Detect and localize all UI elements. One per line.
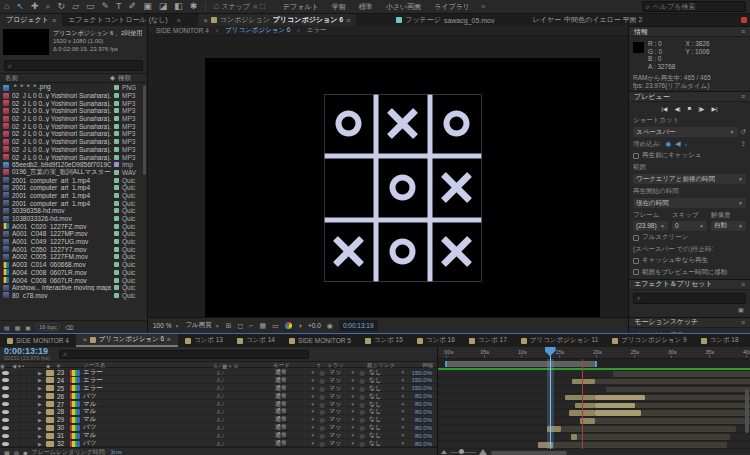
layer-bar-row[interactable] bbox=[438, 425, 750, 433]
zoom-in-icon[interactable] bbox=[479, 449, 487, 455]
label-color-chip[interactable] bbox=[114, 116, 119, 121]
layer-av-switches[interactable] bbox=[12, 377, 38, 383]
reset-icon[interactable]: ↺ bbox=[741, 128, 746, 136]
project-file-row[interactable]: ＊＊＊＊.pngPNG bbox=[0, 84, 147, 92]
label-color-chip[interactable] bbox=[114, 131, 119, 136]
label-color-chip[interactable] bbox=[114, 224, 119, 229]
brush-tool-icon[interactable]: ✐ bbox=[129, 0, 137, 13]
project-file-row[interactable]: 02_J L 0 0..y Yoshinori Sunahara).mp3MP3 bbox=[0, 122, 147, 130]
timeline-tab[interactable]: SIDE MONITOR 5 bbox=[282, 334, 358, 347]
layer-av-switches[interactable] bbox=[12, 433, 38, 439]
tab-layer[interactable]: レイヤー 中間色のイエロー 平面 2 bbox=[526, 14, 648, 26]
layer-row[interactable]: ▶24エラー♙ ∕通常▼◎マッ▼◎なし▼150.0% bbox=[0, 376, 437, 384]
play-from-dropdown[interactable]: 現在の時間▼ bbox=[633, 198, 746, 208]
timeline-tab[interactable]: コンポ 13 bbox=[178, 334, 230, 347]
project-file-row[interactable]: A001_C020_1227FZ.movQuic bbox=[0, 222, 147, 230]
eraser-tool-icon[interactable]: ◪ bbox=[159, 0, 168, 13]
snapshot-icon[interactable]: ◉ bbox=[327, 322, 333, 330]
mask-visibility-icon[interactable]: ◻ bbox=[238, 322, 244, 330]
exposure-value[interactable]: +0.0 bbox=[308, 322, 321, 329]
share-icon[interactable]: ⇪ bbox=[741, 140, 746, 148]
composition-frame[interactable] bbox=[205, 58, 600, 317]
label-color-chip[interactable] bbox=[114, 278, 119, 283]
project-file-row[interactable]: A003_C014_060668.movQuic bbox=[0, 261, 147, 269]
viewer-stage[interactable] bbox=[148, 36, 628, 317]
panel-menu-icon[interactable]: ≡ bbox=[741, 93, 745, 100]
track-matte-dropdown[interactable]: マッ▼ bbox=[327, 439, 357, 447]
layer-duration-bar[interactable] bbox=[613, 371, 750, 377]
expand-arrow-icon[interactable]: ▶ bbox=[38, 417, 46, 423]
label-color-chip[interactable] bbox=[114, 147, 119, 152]
layer-duration-bar[interactable] bbox=[572, 379, 595, 385]
layer-switches[interactable]: ♙ ∕ bbox=[213, 425, 273, 431]
timeline-tab[interactable]: プリコンポジション 9 bbox=[605, 334, 693, 347]
timeline-column-headers[interactable]: ◉ ◀ ● ▪ ◆ # ソース名 ♙ ∕ ▦ ◐ ⊙ モード T トラッ 親とリ… bbox=[0, 361, 437, 368]
skip-dropdown[interactable]: 0▼ bbox=[672, 221, 707, 231]
overlays-include-icon[interactable]: ▫ bbox=[685, 141, 687, 148]
parent-dropdown[interactable]: なし▼ bbox=[367, 439, 407, 447]
layer-visibility-icon[interactable] bbox=[0, 386, 12, 390]
project-file-row[interactable]: A004_C008_0607LR.movQuic bbox=[0, 276, 147, 284]
layer-bar-row[interactable] bbox=[438, 402, 750, 410]
layer-bar-row[interactable] bbox=[438, 386, 750, 394]
new-folder-icon[interactable]: ▦ bbox=[15, 324, 21, 331]
frame-blend-switch-icon[interactable]: ▦ bbox=[4, 449, 10, 455]
project-file-row[interactable]: 2001_computer_art_1.mp4Quic bbox=[0, 192, 147, 200]
scrollbar[interactable] bbox=[143, 85, 146, 175]
stretch-value[interactable]: 80.0% bbox=[407, 425, 437, 431]
project-file-row[interactable]: 02_J L 0 0..y Yoshinori Sunahara).mp3MP3 bbox=[0, 115, 147, 123]
label-color-chip[interactable] bbox=[114, 208, 119, 213]
layer-av-switches[interactable] bbox=[12, 417, 38, 423]
project-file-row[interactable]: 2001_computer_art_1.mp4Quic bbox=[0, 184, 147, 192]
grid-guides-icon[interactable]: ⊞ bbox=[226, 322, 232, 330]
layer-visibility-icon[interactable] bbox=[0, 402, 12, 406]
stretch-value[interactable]: 80.0% bbox=[407, 401, 437, 407]
timeline-zoom-control[interactable] bbox=[441, 448, 487, 455]
layer-label-chip[interactable] bbox=[46, 385, 54, 391]
shortcut-dropdown[interactable]: スペースバー▼ bbox=[633, 127, 738, 137]
time-ruler[interactable]: :00s05s10s15s20s25s30s35s40s bbox=[438, 347, 750, 359]
work-area-row[interactable] bbox=[438, 359, 750, 368]
label-color-chip[interactable] bbox=[114, 231, 119, 236]
label-color-chip[interactable] bbox=[114, 293, 119, 298]
layer-duration-bar[interactable] bbox=[645, 395, 750, 401]
pickwhip-icon[interactable]: ◎ bbox=[357, 369, 367, 376]
expand-arrow-icon[interactable]: ▶ bbox=[38, 441, 46, 447]
project-file-row[interactable]: 02_J L 0 0..y Yoshinori Sunahara).mp3MP3 bbox=[0, 92, 147, 100]
layer-duration-bar[interactable] bbox=[595, 410, 641, 416]
last-frame-icon[interactable]: ▶| bbox=[712, 105, 718, 112]
layer-duration-bar[interactable] bbox=[606, 387, 750, 393]
expand-arrow-icon[interactable]: ▶ bbox=[38, 425, 46, 431]
layer-visibility-icon[interactable] bbox=[0, 394, 12, 398]
snap-checkbox[interactable]: □ bbox=[214, 3, 218, 10]
timeline-tab[interactable]: プリコンポジション 11 bbox=[514, 334, 605, 347]
timeline-tab[interactable]: コンポ 16 bbox=[410, 334, 462, 347]
new-preset-icon[interactable]: ▣ bbox=[738, 306, 744, 314]
layer-duration-bar[interactable] bbox=[561, 426, 737, 432]
timeline-tab[interactable]: ×プリコンポジション 6≡ bbox=[76, 334, 178, 347]
zoom-slider-knob[interactable] bbox=[459, 449, 464, 454]
workspace-overflow-icon[interactable]: » bbox=[478, 2, 488, 11]
project-file-row[interactable]: A002_C005_1227FM.movQuic bbox=[0, 253, 147, 261]
pickwhip-icon[interactable]: ◎ bbox=[357, 401, 367, 408]
project-file-row[interactable]: A001_C048_1227MP.movQuic bbox=[0, 230, 147, 238]
label-color-chip[interactable] bbox=[114, 155, 119, 160]
stretch-value[interactable]: 80.0% bbox=[407, 433, 437, 439]
layer-switches[interactable]: ♙ ∕ bbox=[213, 370, 273, 376]
timeline-graph-area[interactable]: :00s05s10s15s20s25s30s35s40s bbox=[437, 347, 750, 455]
project-file-row[interactable]: 30396358-hd.movQuic bbox=[0, 207, 147, 215]
layer-label-chip[interactable] bbox=[46, 401, 54, 407]
pickwhip-icon[interactable]: ◎ bbox=[357, 377, 367, 384]
layer-duration-bar[interactable] bbox=[595, 418, 750, 424]
project-file-row[interactable]: 02_J L 0 0..y Yoshinori Sunahara).mp3MP3 bbox=[0, 99, 147, 107]
pickwhip-icon[interactable]: ◎ bbox=[357, 416, 367, 423]
layer-switches[interactable]: ♙ ∕ bbox=[213, 417, 273, 423]
color-depth[interactable]: 16 bpc bbox=[36, 323, 60, 331]
layer-av-switches[interactable] bbox=[12, 385, 38, 391]
type-tool-icon[interactable]: T bbox=[116, 0, 122, 13]
layer-bar-row[interactable] bbox=[438, 370, 750, 378]
label-color-chip[interactable] bbox=[114, 262, 119, 267]
pen-tool-icon[interactable]: ✎ bbox=[102, 0, 110, 13]
layer-duration-bar[interactable] bbox=[595, 379, 750, 385]
pickwhip-icon[interactable]: ◎ bbox=[357, 385, 367, 392]
